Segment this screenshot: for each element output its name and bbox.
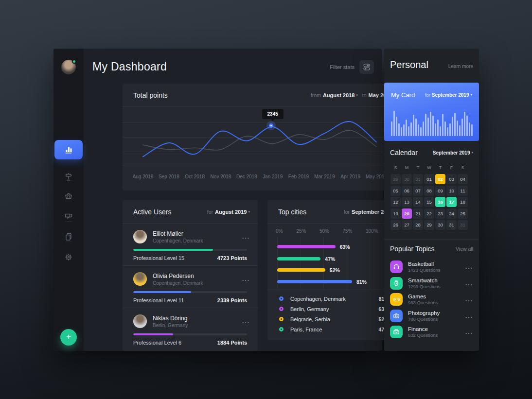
horizontal-bar-chart: 63%47%52%81% [267, 237, 404, 289]
sparkline-bar [410, 122, 412, 136]
user-name: Olivia Pedersen [153, 273, 242, 279]
more-options-button[interactable]: ... [465, 280, 473, 287]
sparkline-bar [432, 116, 434, 136]
city-name: Copenhagen, Denmark [290, 296, 378, 302]
calendar-day[interactable]: 24 [446, 208, 457, 219]
day-of-week-label: F [446, 165, 457, 170]
calendar-day[interactable]: 20 [402, 208, 412, 219]
calendar-day[interactable]: 16 [435, 197, 445, 207]
calendar-day[interactable]: 22 [424, 208, 434, 219]
my-card[interactable]: My Card forSeptember 2019▾ [384, 83, 479, 141]
calendar-day[interactable]: 18 [458, 197, 468, 207]
legend-row: Berlin, Germany 63.25% [267, 304, 404, 314]
calendar-day[interactable]: 02 [435, 174, 445, 184]
calendar-day[interactable]: 31 [458, 220, 468, 230]
calendar-day[interactable]: 27 [402, 220, 412, 230]
user-avatar[interactable] [61, 60, 76, 74]
sparkline-bar [471, 124, 473, 136]
topic-row[interactable]: Finance 632 Questions ... [390, 326, 473, 338]
legend-ring-icon [279, 296, 284, 301]
more-options-button[interactable]: ... [242, 276, 250, 282]
axis-tick-label: 0% [276, 228, 283, 234]
user-name: Niklas Döring [153, 315, 242, 322]
calendar-day[interactable]: 04 [458, 174, 468, 184]
topic-icon [390, 260, 403, 273]
topic-name: Smartwatch [408, 278, 465, 283]
more-options-button[interactable]: ... [465, 312, 473, 319]
topic-icon [390, 293, 403, 306]
more-options-button[interactable]: ... [465, 263, 473, 270]
filter-stats-button[interactable] [359, 60, 374, 74]
topic-question-count: 1423 Questions [408, 267, 465, 273]
sidebar-item-dashboard[interactable] [54, 140, 83, 159]
calendar-day[interactable]: 19 [390, 208, 401, 219]
user-points: 1884 Points [217, 340, 247, 346]
calendar-day[interactable]: 07 [413, 186, 423, 196]
view-all-link[interactable]: View all [456, 246, 473, 252]
calendar-day[interactable]: 11 [458, 186, 468, 196]
online-status-dot [72, 59, 76, 64]
topic-row[interactable]: Games 983 Questions ... [390, 293, 473, 306]
level-progress-bar [133, 249, 247, 251]
sparkline-bar [447, 127, 448, 136]
calendar-day[interactable]: 13 [402, 197, 412, 207]
calendar-period-selector[interactable]: September 2019▾ [433, 150, 473, 156]
date-range-selector[interactable]: fromAugust 2018▾ toMay 2019▾ [311, 92, 395, 98]
total-points-title: Total points [133, 91, 168, 99]
basket-icon [64, 191, 73, 201]
calendar-day[interactable]: 29 [390, 174, 401, 184]
calendar-day[interactable]: 01 [424, 174, 434, 184]
calendar-day[interactable]: 28 [413, 220, 423, 230]
axis-tick-label: 75% [343, 228, 353, 234]
period-selector[interactable]: forAugust 2019▾ [207, 209, 250, 215]
more-options-button[interactable]: ... [242, 233, 250, 240]
sidebar-item-messages[interactable] [53, 210, 84, 222]
calendar-day[interactable]: 06 [402, 186, 412, 196]
learn-more-link[interactable]: Learn more [448, 64, 473, 69]
more-options-button[interactable]: ... [242, 318, 250, 325]
user-location: Berlin, Germany [153, 323, 242, 328]
calendar-day[interactable]: 15 [424, 197, 434, 207]
calendar-day[interactable]: 30 [435, 220, 445, 230]
sidebar-item-documents[interactable] [53, 231, 84, 243]
more-options-button[interactable]: ... [465, 329, 473, 335]
calendar-day[interactable]: 31 [446, 220, 457, 230]
sidebar-divider [65, 221, 72, 222]
add-button[interactable]: + [60, 329, 77, 346]
calendar-day[interactable]: 05 [390, 186, 401, 196]
x-axis-labels: Aug 2018Sep 2018Oct 2018Nov 2018Dec 2018… [123, 174, 403, 181]
more-options-button[interactable]: ... [465, 296, 473, 303]
topic-question-count: 632 Questions [408, 332, 465, 338]
x-axis-label: Oct 2018 [180, 174, 210, 179]
calendar-day[interactable]: 03 [446, 174, 457, 184]
x-axis-label: Mar 2019 [310, 174, 339, 179]
chart-highlight-point[interactable] [269, 123, 273, 128]
topic-row[interactable]: Smartwatch 1299 Questions ... [390, 277, 473, 290]
calendar-day[interactable]: 10 [446, 186, 457, 196]
calendar-day[interactable]: 17 [446, 197, 457, 207]
calendar-day[interactable]: 23 [435, 208, 445, 219]
calendar-day[interactable]: 14 [413, 197, 423, 207]
axis-tick-label: 50% [319, 228, 329, 234]
calendar-day[interactable]: 09 [435, 186, 445, 196]
sidebar-item-settings[interactable] [53, 251, 84, 263]
sidebar-item-basket[interactable] [53, 190, 84, 202]
calendar-day[interactable]: 31 [413, 174, 423, 184]
calendar-day[interactable]: 12 [390, 197, 401, 207]
calendar-day[interactable]: 25 [458, 208, 468, 219]
calendar-day[interactable]: 08 [424, 186, 434, 196]
user-name: Elliot Møller [153, 230, 242, 237]
sparkline-bar [437, 120, 439, 136]
topic-row[interactable]: Basketball 1423 Questions ... [390, 260, 473, 273]
calendar-day[interactable]: 30 [402, 174, 412, 184]
calendar-day[interactable]: 21 [413, 208, 423, 219]
user-points: 4723 Points [217, 255, 247, 261]
topic-name: Games [408, 294, 465, 299]
top-cities-title: Top cities [278, 208, 306, 216]
period-selector[interactable]: forSeptember 2019▾ [425, 92, 472, 98]
calendar-day[interactable]: 26 [390, 220, 401, 230]
toggles-icon [363, 63, 371, 71]
topic-row[interactable]: Photography 788 Questions ... [390, 310, 473, 322]
calendar-day[interactable]: 29 [424, 220, 434, 230]
active-user-row: Olivia Pedersen Copenhagen, Denmark ... … [123, 266, 258, 308]
